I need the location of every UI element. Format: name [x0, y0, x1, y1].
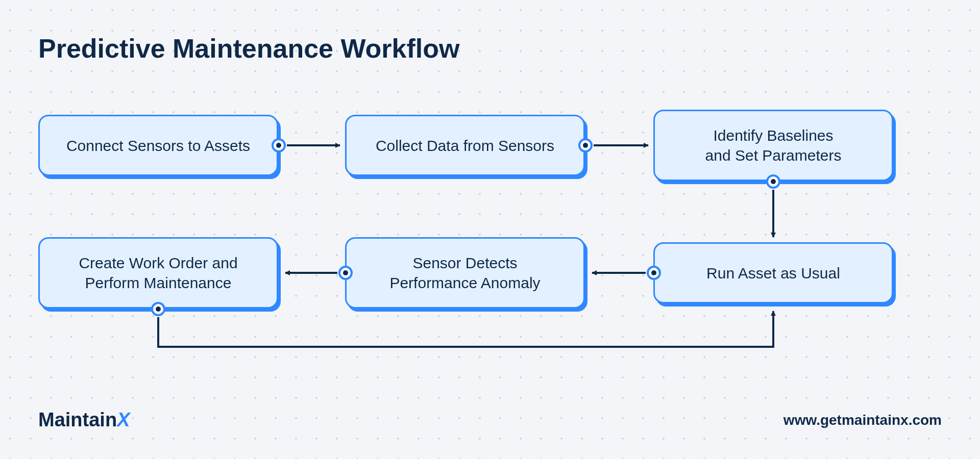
step-label-line1: Sensor Detects: [389, 253, 540, 273]
step-create-work-order: Create Work Order and Perform Maintenanc…: [38, 237, 278, 309]
step-run-asset: Run Asset as Usual: [653, 242, 893, 303]
step-label: Run Asset as Usual: [706, 263, 840, 283]
brand-x-icon: X: [117, 409, 130, 430]
connector-dot-icon: [338, 266, 353, 280]
diagram-title: Predictive Maintenance Workflow: [38, 33, 459, 64]
footer: MaintainX www.getmaintainx.com: [38, 409, 942, 431]
step-label-line2: Perform Maintenance: [79, 273, 237, 293]
step-collect-data: Collect Data from Sensors: [345, 115, 585, 176]
step-label: Connect Sensors to Assets: [66, 136, 250, 156]
step-label-line2: Performance Anomaly: [389, 273, 540, 293]
step-label-line2: and Set Parameters: [705, 145, 842, 165]
step-label-line1: Identify Baselines: [705, 125, 842, 145]
brand-logo: MaintainX: [38, 409, 130, 431]
brand-text: Maintain: [38, 409, 117, 430]
step-label: Collect Data from Sensors: [376, 136, 554, 156]
step-identify-baselines: Identify Baselines and Set Parameters: [653, 110, 893, 181]
dot-grid-background: [0, 0, 980, 459]
connector-dot-icon: [647, 266, 661, 280]
connector-dot-icon: [272, 138, 286, 152]
step-connect-sensors: Connect Sensors to Assets: [38, 115, 278, 176]
step-label-line1: Create Work Order and: [79, 253, 237, 273]
step-sensor-detects: Sensor Detects Performance Anomaly: [345, 237, 585, 309]
connector-dot-icon: [578, 138, 593, 152]
brand-url: www.getmaintainx.com: [783, 412, 942, 428]
connector-dot-icon: [151, 302, 165, 316]
connector-dot-icon: [766, 174, 780, 189]
